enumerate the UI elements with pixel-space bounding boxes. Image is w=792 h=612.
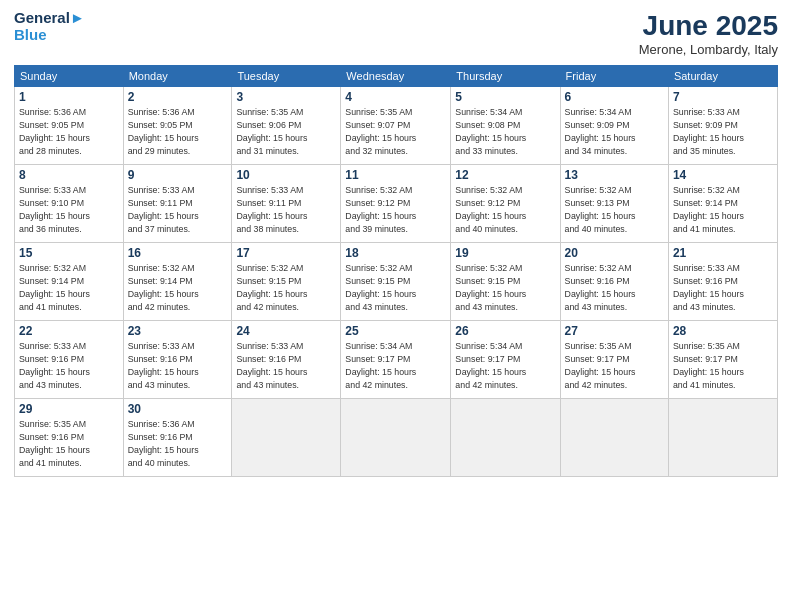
header-sunday: Sunday	[15, 66, 124, 87]
day-24: 24Sunrise: 5:33 AMSunset: 9:16 PMDayligh…	[232, 321, 341, 399]
day-29: 29Sunrise: 5:35 AMSunset: 9:16 PMDayligh…	[15, 399, 124, 477]
day-9: 9Sunrise: 5:33 AMSunset: 9:11 PMDaylight…	[123, 165, 232, 243]
page: General► Blue June 2025 Merone, Lombardy…	[0, 0, 792, 612]
location: Merone, Lombardy, Italy	[639, 42, 778, 57]
day-1: 1Sunrise: 5:36 AMSunset: 9:05 PMDaylight…	[15, 87, 124, 165]
day-8: 8Sunrise: 5:33 AMSunset: 9:10 PMDaylight…	[15, 165, 124, 243]
day-19: 19Sunrise: 5:32 AMSunset: 9:15 PMDayligh…	[451, 243, 560, 321]
week-row-4: 22Sunrise: 5:33 AMSunset: 9:16 PMDayligh…	[15, 321, 778, 399]
day-28: 28Sunrise: 5:35 AMSunset: 9:17 PMDayligh…	[668, 321, 777, 399]
day-15: 15Sunrise: 5:32 AMSunset: 9:14 PMDayligh…	[15, 243, 124, 321]
day-13: 13Sunrise: 5:32 AMSunset: 9:13 PMDayligh…	[560, 165, 668, 243]
day-26: 26Sunrise: 5:34 AMSunset: 9:17 PMDayligh…	[451, 321, 560, 399]
month-title: June 2025	[639, 10, 778, 42]
logo-text-blue: Blue	[14, 27, 85, 44]
day-30: 30Sunrise: 5:36 AMSunset: 9:16 PMDayligh…	[123, 399, 232, 477]
day-14: 14Sunrise: 5:32 AMSunset: 9:14 PMDayligh…	[668, 165, 777, 243]
title-block: June 2025 Merone, Lombardy, Italy	[639, 10, 778, 57]
day-4: 4Sunrise: 5:35 AMSunset: 9:07 PMDaylight…	[341, 87, 451, 165]
week-row-5: 29Sunrise: 5:35 AMSunset: 9:16 PMDayligh…	[15, 399, 778, 477]
day-3: 3Sunrise: 5:35 AMSunset: 9:06 PMDaylight…	[232, 87, 341, 165]
logo: General► Blue	[14, 10, 85, 43]
header-tuesday: Tuesday	[232, 66, 341, 87]
header-saturday: Saturday	[668, 66, 777, 87]
day-5: 5Sunrise: 5:34 AMSunset: 9:08 PMDaylight…	[451, 87, 560, 165]
week-row-1: 1Sunrise: 5:36 AMSunset: 9:05 PMDaylight…	[15, 87, 778, 165]
empty-cell-2	[341, 399, 451, 477]
logo-text: General►	[14, 10, 85, 27]
header-wednesday: Wednesday	[341, 66, 451, 87]
day-12: 12Sunrise: 5:32 AMSunset: 9:12 PMDayligh…	[451, 165, 560, 243]
empty-cell-1	[232, 399, 341, 477]
day-6: 6Sunrise: 5:34 AMSunset: 9:09 PMDaylight…	[560, 87, 668, 165]
header-monday: Monday	[123, 66, 232, 87]
week-row-2: 8Sunrise: 5:33 AMSunset: 9:10 PMDaylight…	[15, 165, 778, 243]
empty-cell-5	[668, 399, 777, 477]
day-18: 18Sunrise: 5:32 AMSunset: 9:15 PMDayligh…	[341, 243, 451, 321]
day-25: 25Sunrise: 5:34 AMSunset: 9:17 PMDayligh…	[341, 321, 451, 399]
week-row-3: 15Sunrise: 5:32 AMSunset: 9:14 PMDayligh…	[15, 243, 778, 321]
header-friday: Friday	[560, 66, 668, 87]
calendar-table: Sunday Monday Tuesday Wednesday Thursday…	[14, 65, 778, 477]
day-27: 27Sunrise: 5:35 AMSunset: 9:17 PMDayligh…	[560, 321, 668, 399]
day-10: 10Sunrise: 5:33 AMSunset: 9:11 PMDayligh…	[232, 165, 341, 243]
day-11: 11Sunrise: 5:32 AMSunset: 9:12 PMDayligh…	[341, 165, 451, 243]
day-20: 20Sunrise: 5:32 AMSunset: 9:16 PMDayligh…	[560, 243, 668, 321]
header: General► Blue June 2025 Merone, Lombardy…	[14, 10, 778, 57]
header-thursday: Thursday	[451, 66, 560, 87]
weekday-header-row: Sunday Monday Tuesday Wednesday Thursday…	[15, 66, 778, 87]
day-16: 16Sunrise: 5:32 AMSunset: 9:14 PMDayligh…	[123, 243, 232, 321]
day-21: 21Sunrise: 5:33 AMSunset: 9:16 PMDayligh…	[668, 243, 777, 321]
day-17: 17Sunrise: 5:32 AMSunset: 9:15 PMDayligh…	[232, 243, 341, 321]
empty-cell-4	[560, 399, 668, 477]
day-7: 7Sunrise: 5:33 AMSunset: 9:09 PMDaylight…	[668, 87, 777, 165]
day-22: 22Sunrise: 5:33 AMSunset: 9:16 PMDayligh…	[15, 321, 124, 399]
day-2: 2Sunrise: 5:36 AMSunset: 9:05 PMDaylight…	[123, 87, 232, 165]
day-23: 23Sunrise: 5:33 AMSunset: 9:16 PMDayligh…	[123, 321, 232, 399]
empty-cell-3	[451, 399, 560, 477]
